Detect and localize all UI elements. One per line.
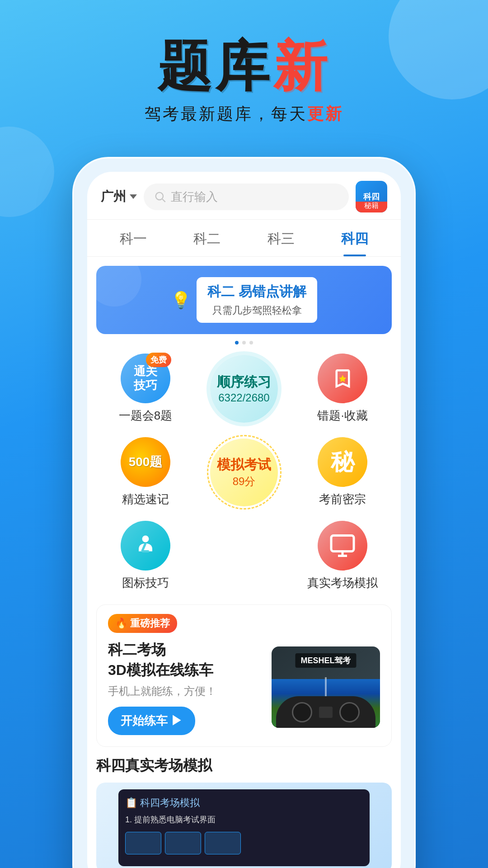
feature-row-2: 500题 精选速记 模拟考试 89分	[96, 433, 392, 512]
rec-title: 科二考场 3D模拟在线练车	[108, 640, 263, 680]
secret-badge-bottom-label: 秘籍	[364, 201, 379, 211]
mistakes-label: 错题·收藏	[317, 408, 367, 424]
rec-header: 🔥 重磅推荐	[97, 605, 391, 640]
sci4-image[interactable]: 📋 科四考场模拟 1. 提前熟悉电脑考试界面	[96, 783, 392, 868]
secret-badge-top-label: 科四	[363, 193, 380, 201]
header-section: 题库新 驾考最新题库，每天更新	[0, 0, 488, 143]
feature-rows: 通关技巧 免费 一题会8题 顺序练习 6322/2680	[87, 349, 401, 595]
dashboard-gauge-1	[292, 702, 312, 722]
svg-line-1	[162, 199, 165, 202]
secret-badge-button[interactable]: 科四 秘籍	[356, 181, 387, 212]
mock-circle: 模拟考试 89分	[210, 439, 278, 506]
dot-1	[235, 341, 239, 344]
feature-row-3: 图标技巧 真实考场模拟	[96, 516, 392, 595]
svg-point-2	[142, 536, 149, 542]
tricks-icon: 通关技巧 免费	[121, 354, 170, 403]
empty-center-cell	[195, 552, 293, 561]
banner-bulb-icon: 💡	[171, 291, 191, 310]
speed-icon: 500题	[121, 437, 170, 487]
svg-point-0	[156, 193, 163, 200]
person-seatbelt-icon	[132, 532, 159, 559]
nav-tabs: 科一 科二 科三 科四	[87, 220, 401, 257]
bookmark-icon	[330, 366, 355, 391]
phone-frame: 广州 直行输入 科四 秘籍 科一	[72, 157, 416, 868]
symbol-icon	[121, 521, 170, 571]
banner-title: 科二 易错点讲解	[207, 283, 306, 301]
rec-content: 科二考场 3D模拟在线练车 手机上就能练，方便！ 开始练车 ▶ M	[97, 640, 391, 746]
city-selector[interactable]: 广州	[101, 188, 137, 205]
sci4-screen-content: 📋 科四考场模拟 1. 提前熟悉电脑考试界面	[125, 796, 363, 854]
feature-symbol[interactable]: 图标技巧	[96, 516, 195, 595]
search-icon	[154, 190, 166, 203]
promo-banner[interactable]: 💡 科二 易错点讲解 只需几步驾照轻松拿	[96, 266, 392, 334]
rec-badge: 🔥 重磅推荐	[108, 614, 177, 633]
dashboard-center	[319, 707, 333, 718]
practice-count: 6322/2680	[218, 392, 269, 404]
mock-wrapper: 模拟考试 89分	[210, 439, 278, 506]
symbol-label: 图标技巧	[122, 575, 169, 591]
svg-rect-5	[331, 536, 354, 552]
real-icon	[318, 521, 367, 571]
feature-real[interactable]: 真实考场模拟	[293, 516, 392, 595]
start-practice-button[interactable]: 开始练车 ▶	[108, 707, 195, 735]
feature-practice[interactable]: 顺序练习 6322/2680	[195, 350, 293, 427]
mock-circle-title: 模拟考试	[217, 456, 271, 474]
tab-ke1[interactable]: 科一	[96, 220, 170, 256]
phone-container: 广州 直行输入 科四 秘籍 科一	[0, 157, 488, 868]
dropdown-arrow-icon	[130, 194, 137, 199]
phone-topbar: 广州 直行输入 科四 秘籍	[87, 172, 401, 220]
header-title: 题库新	[0, 36, 488, 96]
feature-tricks[interactable]: 通关技巧 免费 一题会8题	[96, 349, 195, 428]
secret-icon: 秘	[318, 437, 367, 487]
feature-mistakes[interactable]: 错题·收藏	[293, 349, 392, 428]
sci4-section: 科四真实考场模拟 📋 科四考场模拟 1. 提前熟悉电脑考试界面	[96, 756, 392, 868]
car-dashboard	[276, 696, 375, 728]
free-badge: 免费	[146, 353, 171, 367]
title-red: 新	[273, 36, 331, 96]
phone-screen: 广州 直行输入 科四 秘籍 科一	[87, 172, 401, 868]
feature-row-1: 通关技巧 免费 一题会8题 顺序练习 6322/2680	[96, 349, 392, 428]
dot-2	[242, 341, 246, 344]
tab-ke2[interactable]: 科二	[170, 220, 244, 256]
tab-ke4[interactable]: 科四	[318, 220, 392, 256]
tricks-label: 一题会8题	[119, 408, 172, 424]
secret-label: 考前密宗	[319, 491, 366, 507]
meshel-label: MESHEL驾考	[295, 653, 356, 668]
banner-subtitle: 只需几步驾照轻松拿	[207, 304, 306, 317]
banner-main-text-box: 科二 易错点讲解 只需几步驾照轻松拿	[197, 277, 317, 323]
recommendation-section: 🔥 重磅推荐 科二考场 3D模拟在线练车 手机上就能练，方便！ 开始练车 ▶	[96, 604, 392, 747]
feature-secret[interactable]: 秘 考前密宗	[293, 433, 392, 512]
rec-desc: 手机上就能练，方便！	[108, 684, 263, 698]
feature-speed[interactable]: 500题 精选速记	[96, 433, 195, 512]
dot-3	[249, 341, 253, 344]
speed-label: 精选速记	[122, 491, 169, 507]
search-placeholder-text: 直行输入	[171, 189, 218, 205]
city-name: 广州	[101, 188, 126, 205]
practice-circle-title: 顺序练习	[217, 373, 271, 392]
dashboard-gauge-2	[339, 702, 360, 722]
sci4-title: 科四真实考场模拟	[96, 756, 392, 776]
feature-mock[interactable]: 模拟考试 89分	[195, 434, 293, 511]
header-subtitle: 驾考最新题库，每天更新	[0, 103, 488, 125]
banner-content: 💡 科二 易错点讲解 只需几步驾照轻松拿	[171, 277, 317, 323]
practice-circle: 顺序练习 6322/2680	[210, 355, 278, 423]
real-label: 真实考场模拟	[307, 575, 378, 591]
title-black: 题库	[157, 36, 273, 96]
rec-car-image: MESHEL驾考	[272, 646, 380, 728]
sci4-screen: 📋 科四考场模拟 1. 提前熟悉电脑考试界面	[118, 789, 370, 866]
tab-ke3[interactable]: 科三	[244, 220, 318, 256]
mock-score: 89分	[233, 474, 256, 489]
rec-text: 科二考场 3D模拟在线练车 手机上就能练，方便！ 开始练车 ▶	[108, 640, 263, 735]
search-bar[interactable]: 直行输入	[144, 184, 349, 210]
banner-dots	[87, 341, 401, 344]
mistakes-icon	[318, 354, 367, 403]
monitor-icon	[329, 532, 356, 559]
